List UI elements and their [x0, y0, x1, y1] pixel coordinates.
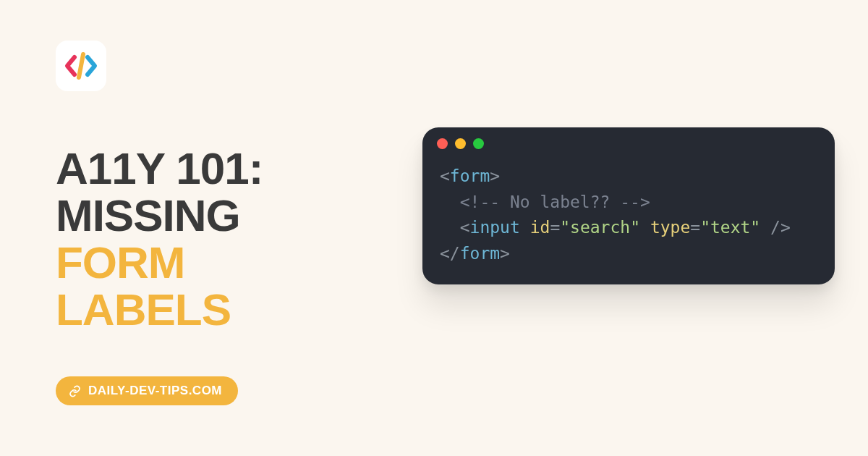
title-line-4: labels	[56, 286, 263, 333]
site-logo	[56, 41, 106, 91]
traffic-light-zoom-icon	[473, 138, 484, 149]
traffic-light-close-icon	[437, 138, 448, 149]
title-line-1: A11Y 101:	[56, 145, 263, 192]
code-window: <form> <!-- No label?? --> <input id="se…	[422, 127, 835, 284]
code-line-2: <!-- No label?? -->	[440, 190, 817, 216]
window-titlebar	[422, 127, 835, 159]
site-badge-label: DAILY-DEV-TIPS.COM	[88, 384, 222, 398]
code-line-1: <form>	[440, 164, 817, 190]
page-title: A11Y 101: Missing form labels	[56, 145, 263, 333]
code-slash-icon	[64, 48, 98, 83]
code-line-4: </form>	[440, 241, 817, 267]
title-line-2: Missing	[56, 192, 263, 239]
code-line-3: <input id="search" type="text" />	[440, 215, 817, 241]
site-badge: DAILY-DEV-TIPS.COM	[56, 376, 238, 405]
traffic-light-minimize-icon	[455, 138, 466, 149]
link-icon	[69, 385, 81, 397]
code-block: <form> <!-- No label?? --> <input id="se…	[422, 159, 835, 274]
title-line-3: form	[56, 239, 263, 286]
